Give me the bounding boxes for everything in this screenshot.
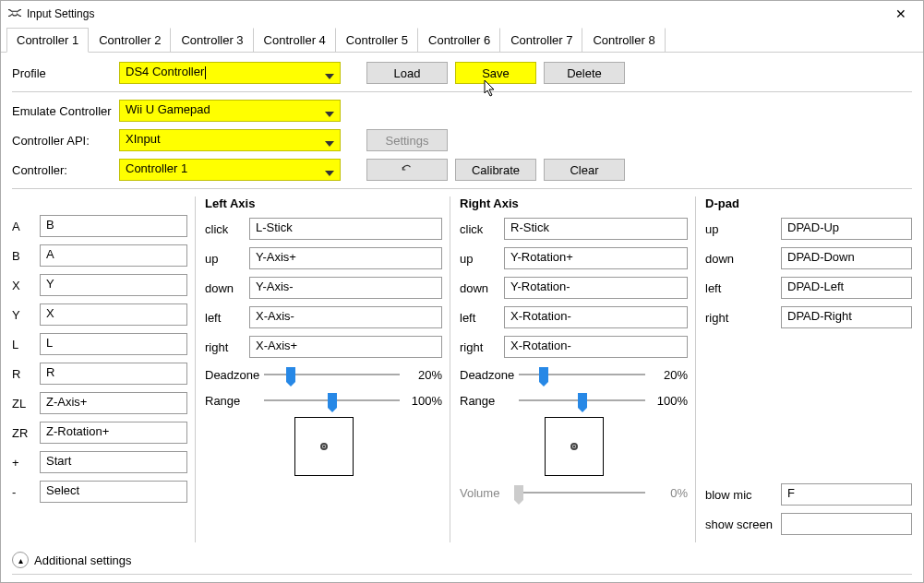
dpad-column: D-pad upDPAD-UpdownDPAD-DownleftDPAD-Lef…	[695, 196, 912, 542]
controller-row: Controller: Controller 1 Calibrate Clear	[12, 159, 912, 181]
tab-controller-8[interactable]: Controller 8	[582, 28, 665, 53]
delete-button[interactable]: Delete	[544, 62, 625, 84]
leftaxis-map-row: leftX-Axis-	[205, 306, 442, 328]
leftaxis-map-label: click	[205, 222, 242, 236]
dpad-map-row: downDPAD-Down	[705, 247, 912, 269]
leftaxis-map-label: left	[205, 311, 242, 325]
tab-controller-6[interactable]: Controller 6	[418, 28, 500, 53]
leftaxis-map-input[interactable]: L-Stick	[249, 218, 442, 240]
blowmic-input[interactable]: F	[781, 483, 912, 506]
rightaxis-map-row: upY-Rotation+	[460, 247, 688, 269]
button-map-input[interactable]: Start	[40, 451, 187, 473]
button-map-row: ZLZ-Axis+	[12, 392, 187, 414]
rightaxis-map-label: left	[460, 311, 497, 325]
rightaxis-stick-visual	[545, 417, 604, 476]
button-map-row: +Start	[12, 451, 187, 473]
dpad-map-input[interactable]: DPAD-Right	[781, 306, 912, 328]
rightaxis-map-input[interactable]: X-Rotation-	[504, 306, 688, 328]
leftaxis-map-row: upY-Axis+	[205, 247, 442, 269]
showscreen-row: show screen	[705, 513, 912, 535]
button-map-input[interactable]: A	[40, 244, 187, 267]
button-map-input[interactable]: L	[40, 333, 187, 355]
dpad-map-input[interactable]: DPAD-Down	[781, 247, 912, 269]
leftaxis-map-input[interactable]: X-Axis+	[249, 336, 442, 358]
dpad-map-label: left	[705, 281, 774, 295]
profile-select[interactable]: DS4 Controller	[119, 62, 341, 84]
leftaxis-map-input[interactable]: Y-Axis-	[249, 277, 442, 299]
titlebar: Input Settings ✕	[1, 1, 923, 27]
controller-select[interactable]: Controller 1	[119, 159, 341, 181]
emulate-select[interactable]: Wii U Gamepad	[119, 100, 341, 122]
button-map-label: B	[12, 249, 32, 263]
button-map-input[interactable]: R	[40, 363, 187, 385]
button-map-row: YX	[12, 303, 187, 326]
rightaxis-map-input[interactable]: Y-Rotation+	[504, 247, 688, 269]
close-button[interactable]: ✕	[886, 6, 916, 21]
rightaxis-map-input[interactable]: R-Stick	[504, 218, 688, 240]
controller-tabs: Controller 1Controller 2Controller 3Cont…	[1, 27, 923, 53]
chevron-down-icon	[325, 136, 334, 149]
leftaxis-column: Left Axis clickL-StickupY-Axis+downY-Axi…	[195, 196, 442, 542]
button-map-input[interactable]: Z-Rotation+	[40, 422, 187, 444]
load-button[interactable]: Load	[366, 62, 448, 84]
tab-controller-7[interactable]: Controller 7	[500, 28, 582, 53]
clear-button[interactable]: Clear	[544, 159, 625, 181]
leftaxis-deadzone-row: Deadzone 20%	[205, 365, 442, 384]
leftaxis-heading: Left Axis	[205, 196, 442, 210]
dpad-map-row: upDPAD-Up	[705, 218, 912, 240]
button-map-label: A	[12, 220, 32, 233]
showscreen-input[interactable]	[781, 513, 912, 535]
button-map-input[interactable]: B	[40, 215, 187, 237]
save-button[interactable]: Save	[455, 62, 536, 84]
rightaxis-map-label: down	[460, 281, 497, 295]
button-map-row: ZRZ-Rotation+	[12, 422, 187, 444]
rightaxis-range-slider[interactable]	[519, 391, 645, 410]
button-map-input[interactable]: Z-Axis+	[40, 392, 187, 414]
leftaxis-deadzone-slider[interactable]	[264, 365, 400, 384]
dpad-map-label: right	[705, 311, 774, 325]
rightaxis-map-input[interactable]: X-Rotation-	[504, 336, 688, 358]
calibrate-button[interactable]: Calibrate	[455, 159, 536, 181]
dpad-map-input[interactable]: DPAD-Left	[781, 277, 912, 299]
tab-controller-4[interactable]: Controller 4	[254, 28, 336, 53]
leftaxis-map-input[interactable]: Y-Axis+	[249, 247, 442, 269]
tab-controller-5[interactable]: Controller 5	[336, 28, 418, 53]
controller-label: Controller:	[12, 163, 112, 177]
blowmic-row: blow mic F	[705, 483, 912, 506]
svg-point-0	[12, 12, 13, 13]
button-map-row: BA	[12, 244, 187, 267]
leftaxis-map-input[interactable]: X-Axis-	[249, 306, 442, 328]
api-select[interactable]: XInput	[119, 129, 341, 151]
buttons-column: ABBAXYYXLLRRZLZ-Axis+ZRZ-Rotation++Start…	[12, 196, 187, 542]
rightaxis-map-input[interactable]: Y-Rotation-	[504, 277, 688, 299]
tab-controller-3[interactable]: Controller 3	[171, 28, 253, 53]
additional-expand[interactable]: ▴ Additional settings	[12, 552, 912, 568]
button-map-row: -Select	[12, 481, 187, 503]
dpad-map-label: up	[705, 222, 774, 236]
button-map-label: ZR	[12, 426, 32, 440]
dpad-heading: D-pad	[705, 196, 912, 210]
button-map-input[interactable]: Y	[40, 274, 187, 296]
dpad-map-row: leftDPAD-Left	[705, 277, 912, 299]
button-map-input[interactable]: Select	[40, 481, 187, 503]
api-row: Controller API: XInput Settings	[12, 129, 912, 151]
api-label: Controller API:	[12, 134, 112, 148]
chevron-down-icon	[325, 165, 334, 179]
chevron-down-icon	[325, 106, 334, 120]
chevron-down-icon	[325, 68, 334, 82]
refresh-button[interactable]	[366, 159, 448, 181]
tab-controller-2[interactable]: Controller 2	[89, 28, 171, 53]
rightaxis-range-row: Range 100%	[460, 391, 688, 410]
leftaxis-range-slider[interactable]	[264, 391, 400, 410]
rightaxis-deadzone-slider[interactable]	[519, 365, 645, 384]
leftaxis-map-label: right	[205, 340, 242, 354]
window-title: Input Settings	[27, 7, 886, 20]
leftaxis-map-row: rightX-Axis+	[205, 336, 442, 358]
rightaxis-heading: Right Axis	[460, 196, 688, 210]
tab-controller-1[interactable]: Controller 1	[6, 28, 89, 53]
dpad-map-input[interactable]: DPAD-Up	[781, 218, 912, 240]
button-map-input[interactable]: X	[40, 303, 187, 326]
button-map-label: L	[12, 338, 32, 351]
rightaxis-map-label: right	[460, 340, 497, 354]
dpad-map-label: down	[705, 252, 774, 266]
